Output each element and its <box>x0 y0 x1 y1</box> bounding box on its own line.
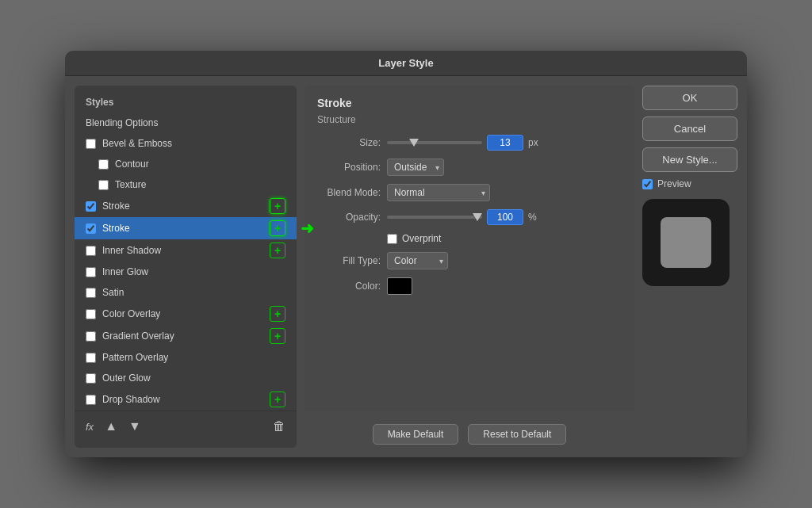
overprint-row: Overprint <box>387 233 622 244</box>
fill-type-select[interactable]: Color Gradient Pattern <box>387 252 448 269</box>
move-down-button[interactable]: ▼ <box>125 418 144 435</box>
cancel-button[interactable]: Cancel <box>642 116 737 141</box>
left-toolbar: fx ▲ ▼ 🗑 <box>75 411 297 440</box>
preview-checkbox[interactable] <box>642 179 653 189</box>
make-default-button[interactable]: Make Default <box>373 424 459 445</box>
sidebar-item-gradient-overlay[interactable]: Gradient Overlay + <box>75 325 297 347</box>
texture-checkbox[interactable] <box>98 180 109 190</box>
blending-options-label: Blending Options <box>86 117 285 128</box>
position-select-wrapper: Inside Center Outside <box>387 159 444 176</box>
sidebar-item-bevel-emboss[interactable]: Bevel & Emboss <box>75 133 297 154</box>
opacity-slider-container: % <box>387 209 622 225</box>
sidebar-item-outer-glow[interactable]: Outer Glow <box>75 368 297 388</box>
blend-mode-select-wrapper: Normal Dissolve Multiply Screen Overlay <box>387 184 490 201</box>
stroke2-add-button[interactable]: + <box>270 220 285 236</box>
delete-button[interactable]: 🗑 <box>270 418 289 435</box>
fill-type-select-wrapper: Color Gradient Pattern <box>387 252 448 269</box>
opacity-label: Opacity: <box>317 212 381 223</box>
stroke1-checkbox[interactable] <box>86 201 96 212</box>
color-overlay-add-button[interactable]: + <box>270 306 285 322</box>
inner-shadow-add-button[interactable]: + <box>270 243 285 258</box>
stroke1-label: Stroke <box>102 201 270 212</box>
inner-shadow-checkbox[interactable] <box>86 246 96 256</box>
opacity-slider[interactable] <box>387 216 482 219</box>
new-style-button[interactable]: New Style... <box>642 147 737 172</box>
preview-box <box>642 199 730 286</box>
move-up-button[interactable]: ▲ <box>102 418 121 435</box>
size-slider[interactable] <box>387 141 482 144</box>
ok-button[interactable]: OK <box>642 86 737 110</box>
drop-shadow-checkbox[interactable] <box>86 395 96 405</box>
blend-mode-label: Blend Mode: <box>317 187 381 198</box>
size-row: Size: px <box>317 135 622 151</box>
satin-checkbox[interactable] <box>86 288 96 298</box>
opacity-input[interactable] <box>487 209 523 225</box>
size-label: Size: <box>317 137 381 148</box>
stroke2-label: Stroke <box>102 223 270 234</box>
sidebar-item-stroke1[interactable]: Stroke + <box>75 195 297 217</box>
color-overlay-checkbox[interactable] <box>86 309 96 319</box>
overprint-checkbox[interactable] <box>387 234 397 244</box>
fill-type-label: Fill Type: <box>317 255 381 266</box>
drop-shadow-add-button[interactable]: + <box>270 392 285 407</box>
dialog-title: Layer Style <box>65 51 747 76</box>
opacity-row: Opacity: % <box>317 209 622 225</box>
color-label: Color: <box>317 281 381 292</box>
sidebar-item-inner-glow[interactable]: Inner Glow <box>75 262 297 282</box>
pattern-overlay-label: Pattern Overlay <box>102 352 285 363</box>
inner-glow-label: Inner Glow <box>102 266 285 277</box>
outer-glow-label: Outer Glow <box>102 372 285 384</box>
bevel-emboss-checkbox[interactable] <box>86 139 96 149</box>
stroke-panel-title: Stroke <box>317 97 622 109</box>
sidebar-item-satin[interactable]: Satin <box>75 282 297 303</box>
styles-section-title: Styles <box>75 94 297 113</box>
sidebar-item-contour[interactable]: Contour <box>75 154 297 174</box>
sidebar-item-drop-shadow[interactable]: Drop Shadow + <box>75 388 297 411</box>
opacity-unit: % <box>528 212 544 223</box>
pattern-overlay-checkbox[interactable] <box>86 353 96 363</box>
right-panel: OK Cancel New Style... Preview <box>642 86 737 448</box>
fx-button[interactable]: fx <box>82 419 97 434</box>
preview-shape <box>661 217 711 268</box>
bevel-emboss-label: Bevel & Emboss <box>102 138 285 149</box>
stroke1-add-button[interactable]: + <box>270 198 285 214</box>
position-select[interactable]: Inside Center Outside <box>387 159 444 176</box>
center-panel: Stroke Structure Size: px Position: <box>304 86 634 448</box>
overprint-label: Overprint <box>402 233 441 244</box>
reset-default-button[interactable]: Reset to Default <box>468 424 566 445</box>
inner-glow-checkbox[interactable] <box>86 267 96 277</box>
blending-options-item[interactable]: Blending Options <box>75 113 297 133</box>
color-row: Color: <box>317 277 622 295</box>
outer-glow-checkbox[interactable] <box>86 373 96 384</box>
gradient-overlay-add-button[interactable]: + <box>270 328 285 344</box>
dialog-body: Styles Blending Options Bevel & Emboss C… <box>65 76 747 457</box>
sidebar-item-texture[interactable]: Texture <box>75 174 297 195</box>
size-unit: px <box>528 137 544 148</box>
drop-shadow-label: Drop Shadow <box>102 394 270 405</box>
structure-label: Structure <box>317 114 622 125</box>
stroke-settings-panel: Stroke Structure Size: px Position: <box>304 86 634 411</box>
contour-label: Contour <box>115 159 285 170</box>
color-overlay-label: Color Overlay <box>102 308 270 319</box>
position-label: Position: <box>317 162 381 173</box>
blend-mode-select[interactable]: Normal Dissolve Multiply Screen Overlay <box>387 184 490 201</box>
sidebar-item-stroke2[interactable]: Stroke + ➜ <box>75 217 297 239</box>
gradient-overlay-checkbox[interactable] <box>86 331 96 342</box>
action-buttons: Make Default Reset to Default <box>304 418 634 448</box>
preview-row: Preview <box>642 178 737 189</box>
stroke2-checkbox[interactable] <box>86 223 96 234</box>
contour-checkbox[interactable] <box>98 159 109 170</box>
blend-mode-row: Blend Mode: Normal Dissolve Multiply Scr… <box>317 184 622 201</box>
fill-type-row: Fill Type: Color Gradient Pattern <box>317 252 622 269</box>
texture-label: Texture <box>115 179 285 190</box>
size-slider-container: px <box>387 135 622 151</box>
size-input[interactable] <box>487 135 523 151</box>
color-swatch[interactable] <box>387 277 412 295</box>
preview-label: Preview <box>657 178 691 189</box>
sidebar-item-inner-shadow[interactable]: Inner Shadow + <box>75 239 297 262</box>
inner-shadow-label: Inner Shadow <box>102 245 270 256</box>
arrow-indicator: ➜ <box>301 219 314 238</box>
sidebar-item-color-overlay[interactable]: Color Overlay + <box>75 303 297 325</box>
layer-style-dialog: Layer Style Styles Blending Options Beve… <box>65 51 747 457</box>
sidebar-item-pattern-overlay[interactable]: Pattern Overlay <box>75 347 297 368</box>
